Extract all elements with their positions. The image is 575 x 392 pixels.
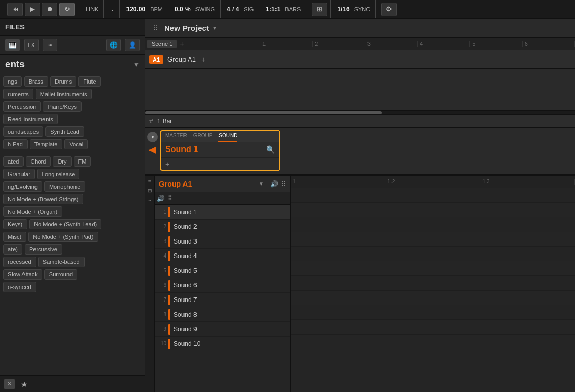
instruments-dropdown-icon[interactable]: ▼ <box>133 61 140 68</box>
pattern-row-3[interactable] <box>291 217 575 232</box>
tag-vocal[interactable]: Vocal <box>64 139 88 149</box>
bpm-value[interactable]: 120.00 <box>125 6 146 13</box>
tag-monophonic[interactable]: Monophonic <box>44 181 85 192</box>
tag-synth-pad[interactable]: h Pad <box>3 139 28 149</box>
tag-synth-lead[interactable]: Synth Lead <box>45 126 84 137</box>
arranger-grid-icon[interactable]: ⠿ <box>151 25 160 32</box>
loop-button[interactable]: ↻ <box>59 3 75 16</box>
play-button[interactable]: ▶ <box>25 3 40 16</box>
sound-item-9[interactable]: 9 Sound 9 <box>155 322 290 337</box>
tag-instruments[interactable]: ruments <box>3 89 33 99</box>
pattern-row-10[interactable] <box>291 320 575 335</box>
sound-item-10[interactable]: 10 Sound 10 <box>155 337 290 351</box>
sound-item-3[interactable]: 3 Sound 3 <box>155 234 290 249</box>
group-speaker-icon[interactable]: 🔊 <box>270 180 278 188</box>
tag-surround[interactable]: Surround <box>44 269 77 280</box>
project-dropdown-icon[interactable]: ▼ <box>212 25 217 31</box>
sound-item-6[interactable]: 6 Sound 6 <box>155 278 290 293</box>
tag-ated[interactable]: ated <box>3 156 24 167</box>
pattern-row-4[interactable] <box>291 232 575 247</box>
metronome-icon: ♩ <box>109 6 116 13</box>
expand-button[interactable]: ⊞ <box>312 3 327 16</box>
pattern-ctrl-menu[interactable]: ≡ <box>146 178 154 185</box>
tag-template[interactable]: Template <box>30 139 63 149</box>
bars-value[interactable]: 1:1:1 <box>264 6 281 13</box>
tag-synced[interactable]: o-synced <box>3 282 36 292</box>
tag-sample-based[interactable]: Sample-based <box>38 257 85 267</box>
rewind-button[interactable]: ⏮ <box>7 3 23 16</box>
arrow-left-icon[interactable]: ◀ <box>147 144 158 155</box>
pattern-row-1[interactable] <box>291 188 575 203</box>
tag-piano[interactable]: Piano/Keys <box>43 101 82 112</box>
sig-value[interactable]: 4 / 4 <box>226 6 240 13</box>
tag-dry[interactable]: Dry <box>53 156 71 167</box>
pattern-row-9[interactable] <box>291 305 575 320</box>
star-button[interactable]: ★ <box>19 379 29 389</box>
power-button[interactable]: ● <box>147 132 158 142</box>
sound-color-bar-8 <box>168 309 170 320</box>
tag-soundscapes[interactable]: oundscapes <box>3 126 43 137</box>
tag-misc[interactable]: Misc) <box>3 232 26 242</box>
tag-long-release[interactable]: Long release <box>37 169 80 179</box>
list-speaker-icon[interactable]: 🔊 <box>157 195 165 202</box>
pattern-row-7[interactable] <box>291 276 575 291</box>
tag-percussion[interactable]: Percussion <box>3 101 41 112</box>
tag-evolving[interactable]: ng/Evolving <box>3 181 42 192</box>
piano-icon-btn[interactable]: 🎹 <box>5 39 20 51</box>
arranger-scroll-thumb[interactable] <box>145 111 382 114</box>
tab-master[interactable]: MASTER <box>165 133 187 142</box>
pattern-row-6[interactable] <box>291 261 575 276</box>
pattern-ctrl-mixer[interactable]: ⊟ <box>146 187 154 194</box>
pattern-ctrl-scope[interactable]: ~ <box>146 197 154 204</box>
sound-item-8[interactable]: 8 Sound 8 <box>155 307 290 322</box>
scene-add-button[interactable]: + <box>180 40 184 48</box>
tag-processed[interactable]: rocessed <box>3 257 36 267</box>
pattern-row-8[interactable] <box>291 291 575 305</box>
tag-mallet[interactable]: Mallet Instruments <box>36 89 92 99</box>
settings-button[interactable]: ⚙ <box>381 3 397 16</box>
globe-icon-btn[interactable]: 🌐 <box>106 39 121 51</box>
tab-sound[interactable]: SOUND <box>218 133 237 142</box>
sound-item-5[interactable]: 5 Sound 5 <box>155 263 290 278</box>
tab-group[interactable]: GROUP <box>193 133 213 142</box>
close-button[interactable]: ✕ <box>4 379 15 389</box>
sync-value[interactable]: 1/16 <box>336 6 350 13</box>
tag-keys[interactable]: Keys) <box>3 219 27 229</box>
list-grid-icon[interactable]: ⠿ <box>168 195 172 202</box>
tag-fm[interactable]: FM <box>74 156 91 167</box>
tag-slow-attack[interactable]: Slow Attack <box>3 269 42 280</box>
tag-drums[interactable]: Drums <box>50 76 76 87</box>
group-add-button[interactable]: + <box>201 55 205 64</box>
sound-item-2[interactable]: 2 Sound 2 <box>155 220 290 234</box>
arranger-scrollbar[interactable] <box>145 111 575 115</box>
tag-synth-pad2[interactable]: No Mode + (Synth Pad) <box>28 232 98 242</box>
sound-item-4[interactable]: 4 Sound 4 <box>155 249 290 263</box>
tag-bowed-strings[interactable]: No Mode + (Bowed Strings) <box>3 194 83 204</box>
tag-reed[interactable]: Reed Instruments <box>3 114 58 124</box>
tag-organ[interactable]: No Mode + (Organ) <box>3 206 62 217</box>
sound-item-1[interactable]: 1 Sound 1 <box>155 205 290 220</box>
tag-synth-lead2[interactable]: No Mode + (Synth Lead) <box>29 219 101 229</box>
fx-icon-btn[interactable]: FX <box>24 39 39 51</box>
scene-1-button[interactable]: Scene 1 <box>147 40 177 48</box>
group-grid-icon[interactable]: ⠿ <box>281 180 286 188</box>
swing-value[interactable]: 0.0 % <box>174 6 192 13</box>
sound-item-7[interactable]: 7 Sound 7 <box>155 293 290 307</box>
link-label: LINK <box>84 6 100 13</box>
tag-granular[interactable]: Granular <box>3 169 35 179</box>
tag-flute[interactable]: Flute <box>78 76 100 87</box>
tag-chord[interactable]: Chord <box>26 156 51 167</box>
sound-add-button[interactable]: + <box>165 160 169 168</box>
tag-brass[interactable]: Brass <box>24 76 48 87</box>
tag-percussive[interactable]: Percussive <box>25 244 62 255</box>
tag-ate[interactable]: ate) <box>3 244 22 255</box>
pattern-row-2[interactable] <box>291 203 575 217</box>
sound-search-icon[interactable]: 🔍 <box>266 145 275 154</box>
pattern-row-5[interactable] <box>291 247 575 261</box>
record-button[interactable]: ⏺ <box>42 3 58 16</box>
user-icon-btn[interactable]: 👤 <box>125 39 140 51</box>
wave-icon-btn[interactable]: ≈ <box>43 39 58 51</box>
tag-strings[interactable]: ngs <box>3 76 22 87</box>
sound-color-bar-7 <box>168 295 170 305</box>
group-panel-dropdown[interactable]: ▼ <box>259 181 264 187</box>
